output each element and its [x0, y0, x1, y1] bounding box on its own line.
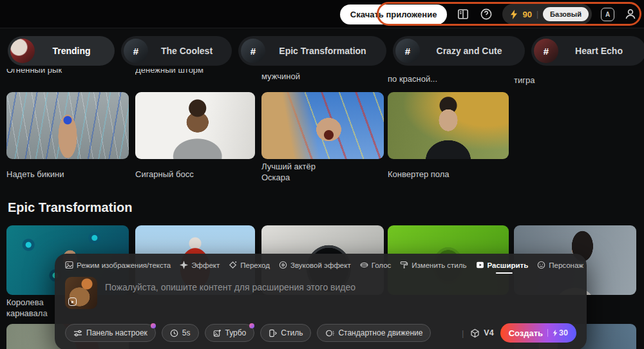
play-icon: [68, 297, 77, 306]
new-feature-dot: [151, 323, 156, 328]
credits-value: 90: [522, 10, 531, 19]
character-icon: [537, 261, 545, 269]
pill-label: Панель настроек: [86, 328, 147, 337]
caption: мужчиной: [261, 71, 300, 82]
vertical-divider: |: [462, 328, 464, 338]
tab-label: The Coolest: [148, 46, 232, 56]
lightning-icon: [510, 10, 518, 19]
tab-trending[interactable]: Trending: [8, 36, 115, 66]
tab-crazy-and-cute[interactable]: # Crazy and Cute: [393, 36, 525, 66]
turbo-button[interactable]: Турбо: [205, 324, 255, 342]
composer-controls: Панель настроек 5s Турбо Стил: [55, 323, 587, 343]
tab-avatar-hash: #: [124, 39, 148, 63]
sound-effect-icon: [279, 261, 287, 269]
tab-avatar-hash: #: [534, 39, 558, 63]
cost-lightning-icon: [553, 330, 558, 337]
tool-label: Расширить: [488, 261, 529, 269]
style-icon: [269, 329, 277, 337]
attached-video-thumbnail[interactable]: [65, 277, 97, 309]
tab-avatar-hash: #: [241, 39, 265, 63]
tool-change-style[interactable]: Изменить стиль: [400, 261, 466, 269]
create-label: Создать: [509, 328, 543, 338]
tab-epic-transformation[interactable]: # Epic Transformation: [238, 36, 386, 66]
tool-transition[interactable]: Переход: [229, 261, 270, 269]
credits-separator: |: [536, 10, 538, 19]
composer-panel: Режим изображения/текста Эффект Переход …: [55, 254, 587, 349]
tab-avatar-hash: #: [395, 39, 420, 63]
tool-effect[interactable]: Эффект: [180, 261, 220, 269]
download-app-button[interactable]: Скачать приложение: [340, 5, 448, 24]
peek-caption-clip: Огненный рык: [6, 69, 122, 76]
tool-label: Голос: [372, 261, 392, 269]
credits-pill[interactable]: 90 | Базовый: [502, 4, 592, 24]
tab-label: Trending: [35, 46, 115, 56]
sparkle-icon: [180, 261, 188, 269]
prompt-row: Пожалуйста, опишите контент для расширен…: [55, 269, 587, 309]
pill-label: Турбо: [225, 328, 247, 337]
category-tabs: Trending # The Coolest # Epic Transforma…: [8, 36, 644, 66]
tab-the-coolest[interactable]: # The Coolest: [121, 36, 232, 66]
tool-label: Режим изображения/текста: [77, 261, 171, 269]
caption: Денежный шторм: [135, 69, 251, 75]
composer-toolbar: Режим изображения/текста Эффект Переход …: [55, 254, 587, 269]
pill-label: Стандартное движение: [338, 328, 422, 337]
motion-mode-button[interactable]: Стандартное движение: [317, 324, 431, 342]
model-version-selector[interactable]: V4: [470, 328, 493, 338]
top-bar: Скачать приложение 90 | Базовый A: [0, 0, 644, 28]
peek-caption-clip: Денежный шторм: [135, 69, 251, 76]
prompt-input[interactable]: Пожалуйста, опишите контент для расширен…: [105, 277, 576, 292]
caption: Огненный рык: [6, 69, 122, 75]
video-thumbnail-bikini[interactable]: [6, 92, 129, 159]
new-feature-dot: [249, 323, 254, 328]
tab-heart-echo[interactable]: # Heart Echo: [531, 36, 644, 66]
style-button[interactable]: Стиль: [260, 324, 311, 342]
transition-icon: [229, 261, 237, 269]
tool-label: Переход: [240, 261, 270, 269]
tool-label: Персонаж: [549, 261, 583, 269]
tool-label: Эффект: [191, 261, 220, 269]
create-divider: [547, 329, 548, 337]
caption: Сигарный босс: [135, 169, 194, 180]
tool-image-text-mode[interactable]: Режим изображения/текста: [65, 261, 171, 269]
tool-voice[interactable]: Голос: [360, 261, 392, 269]
sliders-icon: [73, 329, 82, 337]
settings-panel-button[interactable]: Панель настроек: [65, 324, 156, 342]
section-title: Epic Transformation: [8, 200, 132, 215]
version-label: V4: [484, 328, 493, 337]
extend-icon: [476, 261, 484, 269]
restyle-icon: [400, 261, 408, 269]
caption: по красной...: [388, 73, 437, 84]
cost-value: 30: [559, 328, 568, 337]
tool-label: Изменить стиль: [412, 261, 466, 269]
composer-controls-right: | V4 Создать 30: [462, 323, 576, 343]
create-button[interactable]: Создать 30: [500, 323, 576, 343]
video-thumbnail-gender-swap[interactable]: [388, 92, 509, 159]
video-thumbnail-cigar-boss[interactable]: [135, 92, 255, 159]
help-icon[interactable]: [479, 7, 493, 21]
image-mode-icon: [65, 261, 73, 269]
duration-button[interactable]: 5s: [162, 324, 199, 342]
caption: тигра: [514, 75, 535, 86]
caption: Надеть бикини: [6, 169, 64, 180]
tab-label: Crazy and Cute: [420, 46, 525, 56]
plan-badge[interactable]: Базовый: [543, 7, 589, 21]
book-icon[interactable]: [456, 7, 470, 21]
caption: Конвертер пола: [388, 169, 450, 180]
pill-label: 5s: [182, 328, 191, 337]
tool-character[interactable]: Персонаж: [537, 261, 583, 269]
motion-icon: [325, 329, 334, 337]
tab-label: Heart Echo: [558, 46, 644, 56]
cube-icon: [470, 328, 480, 338]
feedback-icon[interactable]: A: [601, 8, 614, 21]
voice-icon: [360, 261, 368, 269]
profile-icon[interactable]: [623, 7, 638, 21]
clock-icon: [170, 329, 178, 337]
create-cost: 30: [553, 328, 568, 337]
tab-label: Epic Transformation: [265, 46, 386, 56]
video-thumbnail-oscar[interactable]: [261, 92, 384, 159]
turbo-icon: [213, 329, 222, 337]
tool-label: Звуковой эффект: [290, 261, 351, 269]
tool-sound-effect[interactable]: Звуковой эффект: [279, 261, 351, 269]
tool-extend[interactable]: Расширить: [476, 261, 529, 269]
pill-label: Стиль: [281, 328, 303, 337]
